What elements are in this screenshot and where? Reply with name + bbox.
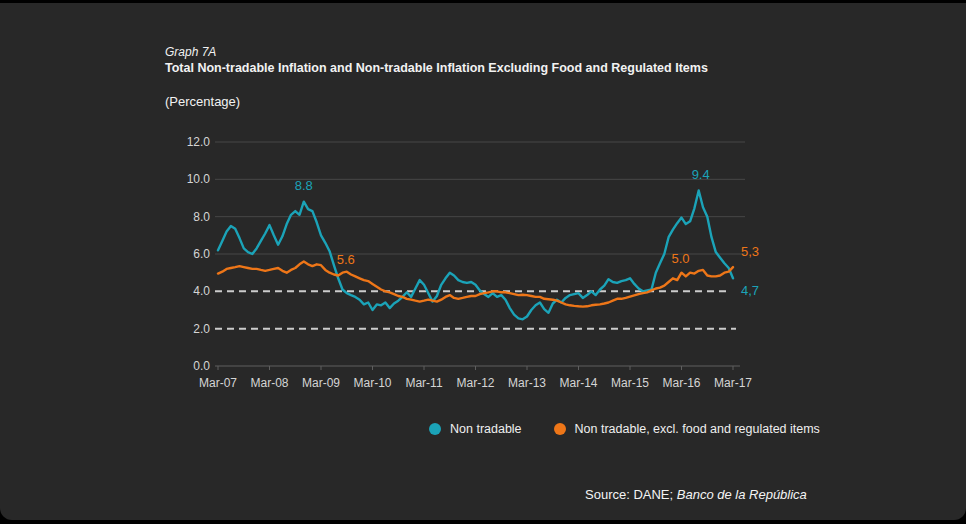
legend-dot-orange-icon	[554, 423, 566, 435]
inflation-line-chart: Mar-07Mar-08Mar-09Mar-10Mar-11Mar-12Mar-…	[0, 3, 966, 520]
y-tick-label-10.0: 10.0	[187, 172, 211, 186]
legend-item-excl-food-regulated: Non tradable, excl. food and regulated i…	[554, 422, 820, 436]
y-tick-label-6.0: 6.0	[193, 247, 210, 261]
source-prefix: Source: DANE;	[585, 487, 677, 502]
x-tick-label-Mar-17: Mar-17	[714, 376, 752, 390]
legend-label-excl-food-regulated: Non tradable, excl. food and regulated i…	[575, 422, 820, 436]
page-title: Total Non-tradable Inflation and Non-tra…	[165, 60, 708, 76]
y-tick-label-2.0: 2.0	[193, 322, 210, 336]
legend-dot-teal-icon	[429, 423, 441, 435]
legend-item-non-tradable: Non tradable	[429, 422, 522, 436]
legend-label-non-tradable: Non tradable	[450, 422, 522, 436]
graph-number: Graph 7A	[165, 45, 708, 60]
annotation-4_7: 4,7	[741, 283, 759, 298]
chart-slide: Mar-07Mar-08Mar-09Mar-10Mar-11Mar-12Mar-…	[0, 3, 966, 520]
x-tick-label-Mar-07: Mar-07	[199, 376, 237, 390]
x-tick-label-Mar-08: Mar-08	[250, 376, 288, 390]
y-tick-label-4.0: 4.0	[193, 284, 210, 298]
source-line: Source: DANE; Banco de la República	[585, 487, 807, 502]
annotation-5.6: 5.6	[337, 252, 355, 267]
x-tick-label-Mar-15: Mar-15	[611, 376, 649, 390]
annotation-5_3: 5,3	[741, 244, 759, 259]
source-entity: Banco de la República	[677, 487, 807, 502]
chart-legend: Non tradable Non tradable, excl. food an…	[429, 422, 820, 436]
x-tick-label-Mar-09: Mar-09	[302, 376, 340, 390]
x-tick-label-Mar-16: Mar-16	[662, 376, 700, 390]
unit-label: (Percentage)	[165, 94, 240, 109]
annotation-8.8: 8.8	[295, 178, 313, 193]
non-tradable-line	[218, 191, 733, 320]
y-tick-label-8.0: 8.0	[193, 210, 210, 224]
x-tick-label-Mar-11: Mar-11	[405, 376, 442, 390]
x-tick-label-Mar-13: Mar-13	[508, 376, 546, 390]
y-tick-label-12.0: 12.0	[187, 135, 211, 149]
x-tick-label-Mar-10: Mar-10	[353, 376, 391, 390]
title-block: Graph 7A Total Non-tradable Inflation an…	[165, 45, 708, 76]
x-tick-label-Mar-12: Mar-12	[456, 376, 494, 390]
y-tick-label-0.0: 0.0	[193, 359, 210, 373]
annotation-9.4: 9.4	[692, 167, 710, 182]
annotation-5.0: 5.0	[671, 251, 689, 266]
x-tick-label-Mar-14: Mar-14	[559, 376, 597, 390]
